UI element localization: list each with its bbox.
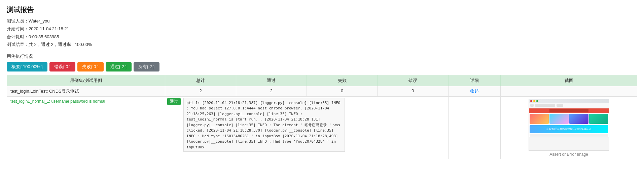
collapse-link[interactable]: 收起 (470, 89, 479, 94)
pass-badge: 通过 (167, 98, 181, 105)
col-header-screenshot: 截图 (501, 75, 637, 86)
table-header-row: 用例集/测试用例 总计 通过 失败 错误 详细 截图 (7, 75, 637, 86)
screenshot-banner-text: 京东智联云JCS大数据工程师专项认证 (530, 125, 608, 133)
duration-label: 合计耗时： (7, 34, 29, 39)
result-summary: 共 2，通过 2，通过率= 100.00% (29, 42, 92, 47)
col-header-fail: 失败 (307, 75, 377, 86)
start-time-info: 开始时间：2020-11-04 21:18:21 (7, 25, 637, 33)
case-name-cell: test_login1_normal_1: username password … (7, 96, 165, 159)
suite-screenshot-cell (501, 86, 637, 96)
case-detail-cell (448, 96, 501, 159)
assert-label: Assert or Error Image (549, 151, 588, 157)
col-header-suite: 用例集/测试用例 (7, 75, 165, 86)
suite-pass: 2 (236, 86, 307, 96)
table-row: test_login.LoinTest: CNDS登录测试 2 2 0 0 收起 (7, 86, 637, 96)
duration-value: 0:00:35.603985 (29, 34, 59, 39)
filter-all-button[interactable]: 所有{ 2 } (134, 62, 159, 71)
result-label: 测试结果： (7, 42, 29, 47)
suite-name: test_login.LoinTest: CNDS登录测试 (7, 86, 165, 96)
table-row: test_login1_normal_1: username password … (7, 96, 637, 159)
case-screenshot-cell: 京东智联云JCS大数据工程师专项认证 Assert or Error Image (501, 96, 637, 159)
report-title: 测试报告 (7, 5, 637, 14)
log-content: pti_1: [2020-11-04 21:18:21,387] [logger… (186, 101, 340, 149)
report-container: 测试报告 测试人员：Water_you 开始时间：2020-11-04 21:1… (0, 0, 644, 164)
col-header-total: 总计 (165, 75, 236, 86)
tester-info: 测试人员：Water_you (7, 17, 637, 25)
start-time-value: 2020-11-04 21:18:21 (29, 26, 69, 31)
section-label: 用例执行情况 (7, 53, 637, 59)
results-table: 用例集/测试用例 总计 通过 失败 错误 详细 截图 test_login.Lo… (7, 75, 637, 159)
filter-fail-button[interactable]: 失败{ 0 } (77, 62, 103, 71)
log-box[interactable]: pti_1: [2020-11-04 21:18:21,387] [logger… (183, 98, 345, 152)
case-name: test_login1_normal_1: username password … (10, 99, 105, 104)
filter-error-button[interactable]: 错误{ 0 } (49, 62, 75, 71)
col-header-pass: 通过 (236, 75, 307, 86)
tester-value: Water_you (29, 18, 49, 23)
suite-fail: 0 (307, 86, 377, 96)
suite-detail-cell: 收起 (448, 86, 501, 96)
result-info: 测试结果：共 2，通过 2，通过率= 100.00% (7, 41, 637, 48)
screenshot-area: 京东智联云JCS大数据工程师专项认证 Assert or Error Image (504, 99, 634, 157)
case-log-cell: 通过 pti_1: [2020-11-04 21:18:21,387] [log… (165, 96, 448, 159)
col-header-detail: 详细 (448, 75, 501, 86)
start-label: 开始时间： (7, 26, 29, 31)
report-meta: 测试人员：Water_you 开始时间：2020-11-04 21:18:21 … (7, 17, 637, 49)
suite-error: 0 (378, 86, 448, 96)
filter-summary-button[interactable]: 概要{ 100.00% } (7, 62, 47, 71)
screenshot-image: 京东智联云JCS大数据工程师专项认证 (529, 99, 609, 151)
tester-label: 测试人员： (7, 18, 29, 23)
filter-pass-button[interactable]: 通过{ 2 } (106, 62, 132, 71)
suite-total: 2 (165, 86, 236, 96)
col-header-error: 错误 (378, 75, 448, 86)
filter-buttons: 概要{ 100.00% } 错误{ 0 } 失败{ 0 } 通过{ 2 } 所有… (7, 62, 637, 71)
duration-info: 合计耗时：0:00:35.603985 (7, 33, 637, 41)
